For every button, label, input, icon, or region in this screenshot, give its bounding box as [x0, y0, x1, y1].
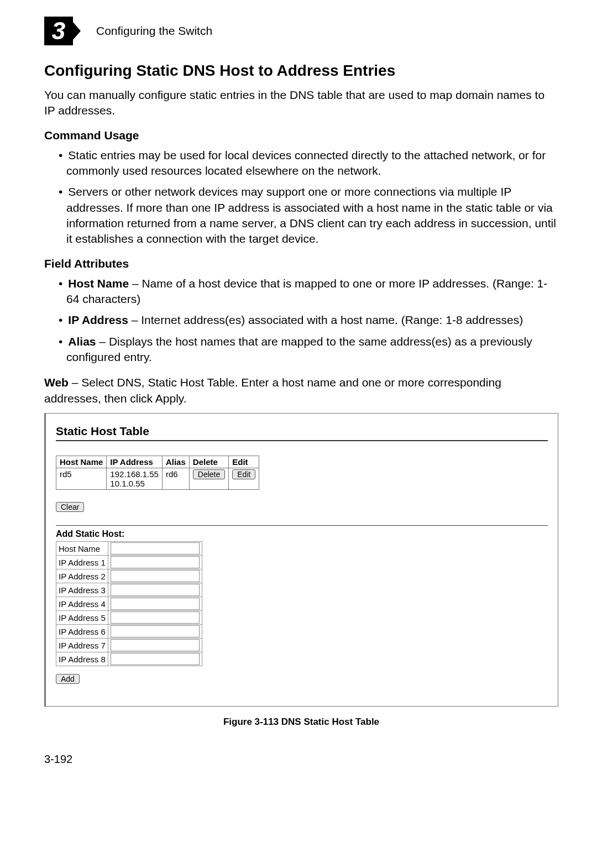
- add-row: IP Address 8: [56, 652, 202, 666]
- add-button[interactable]: Add: [56, 674, 80, 684]
- desc: – Name of a host device that is mapped t…: [66, 277, 547, 305]
- ip-address-8-input[interactable]: [111, 653, 200, 665]
- figure-caption: Figure 3-113 DNS Static Host Table: [44, 717, 558, 728]
- cell-alias: rd6: [162, 468, 189, 490]
- cell-ips: 192.168.1.55 10.1.0.55: [107, 468, 163, 490]
- add-row: IP Address 3: [56, 583, 202, 597]
- chapter-number-icon: 3: [44, 17, 73, 45]
- intro-paragraph: You can manually configure static entrie…: [44, 87, 558, 119]
- list-item: Static entries may be used for local dev…: [52, 148, 558, 179]
- web-instructions: Web – Select DNS, Static Host Table. Ent…: [44, 375, 558, 406]
- label-ip4: IP Address 4: [56, 597, 108, 611]
- desc: – Displays the host names that are mappe…: [66, 335, 532, 363]
- list-item: Servers or other network devices may sup…: [52, 184, 558, 247]
- divider: [56, 525, 548, 526]
- label-ip3: IP Address 3: [56, 583, 108, 597]
- term: Host Name: [68, 277, 129, 290]
- command-usage-heading: Command Usage: [44, 129, 558, 142]
- add-host-table: Host Name IP Address 1 IP Address 2 IP A…: [56, 541, 202, 666]
- field-attributes-heading: Field Attributes: [44, 257, 558, 270]
- col-ip-address: IP Address: [107, 456, 163, 468]
- col-delete: Delete: [189, 456, 228, 468]
- add-row: IP Address 2: [56, 569, 202, 583]
- chapter-title: Configuring the Switch: [96, 24, 212, 38]
- delete-button[interactable]: Delete: [193, 469, 225, 479]
- ip-address-4-input[interactable]: [111, 598, 200, 610]
- chapter-number: 3: [52, 17, 65, 45]
- cell-edit: Edit: [229, 468, 259, 490]
- add-row: IP Address 7: [56, 639, 202, 652]
- ip-address-7-input[interactable]: [111, 639, 200, 651]
- screenshot-static-host-table: Static Host Table Host Name IP Address A…: [44, 413, 558, 707]
- ip-address-1-input[interactable]: [111, 556, 200, 568]
- col-edit: Edit: [229, 456, 259, 468]
- add-row: IP Address 6: [56, 625, 202, 639]
- label-host-name: Host Name: [56, 542, 108, 556]
- divider: [56, 440, 548, 441]
- cell-host: rd5: [56, 468, 107, 490]
- label-ip1: IP Address 1: [56, 556, 108, 569]
- section-heading: Configuring Static DNS Host to Address E…: [44, 62, 558, 80]
- field-attributes-list: Host Name – Name of a host device that i…: [44, 276, 558, 365]
- screenshot-title: Static Host Table: [56, 425, 548, 438]
- list-item: Host Name – Name of a host device that i…: [52, 276, 558, 307]
- ip-address-5-input[interactable]: [111, 611, 200, 624]
- list-item: Alias – Displays the host names that are…: [52, 334, 558, 365]
- command-usage-list: Static entries may be used for local dev…: [44, 148, 558, 247]
- page-header: 3 Configuring the Switch: [44, 17, 558, 45]
- ip-address-3-input[interactable]: [111, 584, 200, 596]
- desc: – Internet address(es) associated with a…: [128, 313, 523, 326]
- table-row: rd5 192.168.1.55 10.1.0.55 rd6 Delete Ed…: [56, 468, 259, 490]
- col-alias: Alias: [162, 456, 189, 468]
- col-host-name: Host Name: [56, 456, 107, 468]
- add-static-host-heading: Add Static Host:: [56, 529, 548, 539]
- label-ip7: IP Address 7: [56, 639, 108, 652]
- table-header-row: Host Name IP Address Alias Delete Edit: [56, 456, 259, 468]
- label-ip8: IP Address 8: [56, 652, 108, 666]
- host-name-input[interactable]: [111, 542, 200, 555]
- clear-button[interactable]: Clear: [56, 502, 84, 512]
- add-row: Host Name: [56, 542, 202, 556]
- add-row: IP Address 1: [56, 556, 202, 569]
- edit-button[interactable]: Edit: [232, 469, 255, 479]
- ip-address-6-input[interactable]: [111, 625, 200, 637]
- page-number: 3-192: [44, 753, 558, 766]
- web-label: Web: [44, 376, 69, 389]
- ip-address-2-input[interactable]: [111, 570, 200, 582]
- cell-delete: Delete: [189, 468, 228, 490]
- web-text: – Select DNS, Static Host Table. Enter a…: [44, 376, 501, 404]
- add-row: IP Address 5: [56, 611, 202, 625]
- label-ip2: IP Address 2: [56, 569, 108, 583]
- label-ip6: IP Address 6: [56, 625, 108, 639]
- term: IP Address: [68, 313, 128, 326]
- add-row: IP Address 4: [56, 597, 202, 611]
- host-table: Host Name IP Address Alias Delete Edit r…: [56, 456, 259, 490]
- arrow-icon: [73, 22, 81, 40]
- list-item: IP Address – Internet address(es) associ…: [52, 312, 558, 328]
- term: Alias: [68, 335, 96, 348]
- label-ip5: IP Address 5: [56, 611, 108, 625]
